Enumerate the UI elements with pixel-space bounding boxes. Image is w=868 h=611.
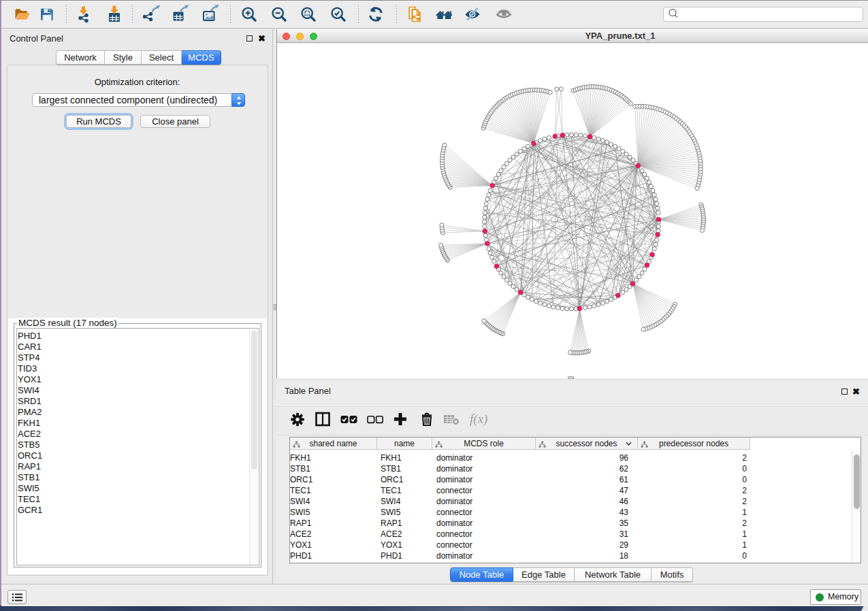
svg-text:f(x): f(x): [470, 412, 487, 427]
